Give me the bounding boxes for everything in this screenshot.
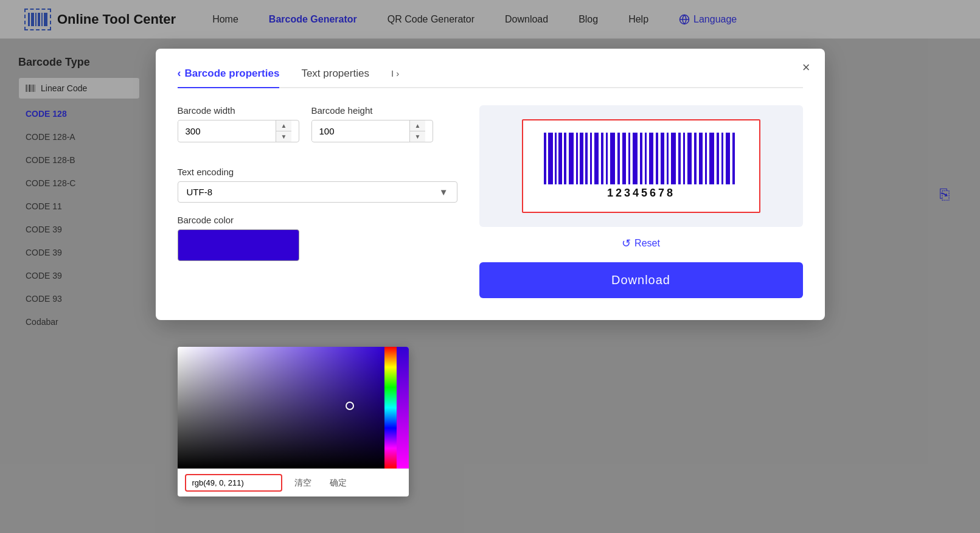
tab-cursor[interactable]: I › [391, 68, 399, 86]
download-button[interactable]: Download [479, 262, 803, 298]
barcode-height-input[interactable] [312, 121, 409, 141]
select-chevron-icon: ▼ [439, 187, 448, 197]
svg-rect-23 [622, 133, 626, 184]
close-button[interactable]: × [802, 60, 810, 75]
barcode-svg: 12345678 [538, 133, 745, 200]
color-swatch[interactable] [178, 229, 299, 261]
modal-left-panel: Barcode width ▲ ▼ Barcode height [178, 105, 457, 298]
color-rgb-input[interactable] [185, 474, 282, 492]
color-gradient-area[interactable] [178, 347, 384, 469]
barcode-color-group: Barcode color [178, 215, 457, 261]
color-picker-circle[interactable] [346, 402, 354, 410]
tab-text-properties-label: Text properties [301, 68, 369, 80]
svg-rect-36 [694, 133, 697, 184]
text-encoding-select[interactable]: UTF-8 ▼ [178, 181, 457, 203]
svg-rect-20 [606, 133, 608, 184]
svg-rect-10 [555, 133, 557, 184]
svg-rect-27 [645, 133, 647, 184]
svg-rect-11 [558, 133, 562, 184]
svg-rect-25 [633, 133, 638, 184]
tab-text-properties[interactable]: Text properties [301, 68, 369, 87]
height-increment-btn[interactable]: ▲ [410, 120, 426, 131]
svg-rect-21 [610, 133, 615, 184]
svg-rect-15 [580, 133, 583, 184]
svg-rect-8 [544, 133, 546, 184]
barcode-width-spinner[interactable]: ▲ ▼ [178, 120, 299, 142]
svg-rect-43 [732, 133, 735, 184]
svg-rect-38 [705, 133, 707, 184]
color-picker-popup: 清空 确定 [178, 347, 409, 496]
color-spectrum-bar[interactable] [384, 347, 397, 469]
tab-barcode-properties-label: Barcode properties [185, 68, 280, 80]
page-background: Barcode Type Linear Code CODE 128 CODE 1… [0, 39, 980, 533]
svg-rect-28 [649, 133, 653, 184]
color-confirm-button[interactable]: 确定 [324, 475, 353, 491]
svg-rect-13 [569, 133, 574, 184]
svg-rect-26 [640, 133, 642, 184]
svg-rect-31 [667, 133, 669, 184]
modal-overlay: × ‹ Barcode properties Text properties I… [0, 0, 980, 533]
svg-rect-30 [661, 133, 664, 184]
svg-text:12345678: 12345678 [606, 187, 675, 199]
text-encoding-value: UTF-8 [187, 187, 213, 197]
svg-rect-33 [678, 133, 681, 184]
svg-rect-12 [564, 133, 566, 184]
svg-rect-35 [687, 133, 692, 184]
svg-rect-37 [699, 133, 703, 184]
barcode-height-group: Barcode height ▲ ▼ [311, 105, 433, 142]
svg-rect-42 [726, 133, 730, 184]
text-encoding-group: Text encoding UTF-8 ▼ [178, 167, 457, 203]
svg-rect-40 [717, 133, 719, 184]
barcode-height-label: Barcode height [311, 105, 433, 116]
reset-icon: ↺ [622, 237, 631, 250]
barcode-preview-area: 12345678 [479, 105, 803, 227]
width-spinner-btns: ▲ ▼ [276, 120, 292, 142]
barcode-width-label: Barcode width [178, 105, 299, 116]
reset-button[interactable]: ↺ Reset [622, 237, 660, 250]
width-decrement-btn[interactable]: ▼ [276, 131, 292, 142]
tab-chevron-left: ‹ [178, 67, 181, 80]
barcode-width-group: Barcode width ▲ ▼ [178, 105, 299, 142]
modal: × ‹ Barcode properties Text properties I… [156, 49, 825, 320]
svg-rect-24 [628, 133, 630, 184]
svg-rect-29 [656, 133, 658, 184]
svg-rect-32 [671, 133, 676, 184]
svg-rect-19 [601, 133, 603, 184]
cursor-icon: I › [391, 68, 399, 78]
barcode-preview-box: 12345678 [522, 119, 760, 213]
svg-rect-14 [576, 133, 578, 184]
height-decrement-btn[interactable]: ▼ [410, 131, 426, 142]
width-increment-btn[interactable]: ▲ [276, 120, 292, 131]
reset-label: Reset [634, 238, 660, 249]
svg-rect-17 [590, 133, 592, 184]
text-encoding-label: Text encoding [178, 167, 457, 177]
color-picker-top [178, 347, 409, 469]
dimensions-row: Barcode width ▲ ▼ Barcode height [178, 105, 457, 155]
modal-body: Barcode width ▲ ▼ Barcode height [178, 105, 803, 298]
barcode-width-input[interactable] [178, 121, 276, 141]
svg-rect-18 [594, 133, 599, 184]
barcode-height-spinner[interactable]: ▲ ▼ [311, 120, 433, 142]
svg-rect-34 [683, 133, 685, 184]
svg-rect-22 [617, 133, 620, 184]
barcode-color-label: Barcode color [178, 215, 457, 225]
modal-tabs: ‹ Barcode properties Text properties I › [178, 67, 803, 88]
color-clear-button[interactable]: 清空 [288, 475, 318, 491]
modal-right-panel: 12345678 ↺ Reset Download [479, 105, 803, 298]
color-picker-bottom: 清空 确定 [178, 469, 409, 496]
svg-rect-9 [548, 133, 553, 184]
height-spinner-btns: ▲ ▼ [409, 120, 426, 142]
tab-barcode-properties[interactable]: ‹ Barcode properties [178, 67, 280, 88]
color-alpha-bar[interactable] [397, 347, 409, 469]
svg-rect-41 [721, 133, 723, 184]
svg-rect-39 [709, 133, 714, 184]
svg-rect-16 [585, 133, 588, 184]
